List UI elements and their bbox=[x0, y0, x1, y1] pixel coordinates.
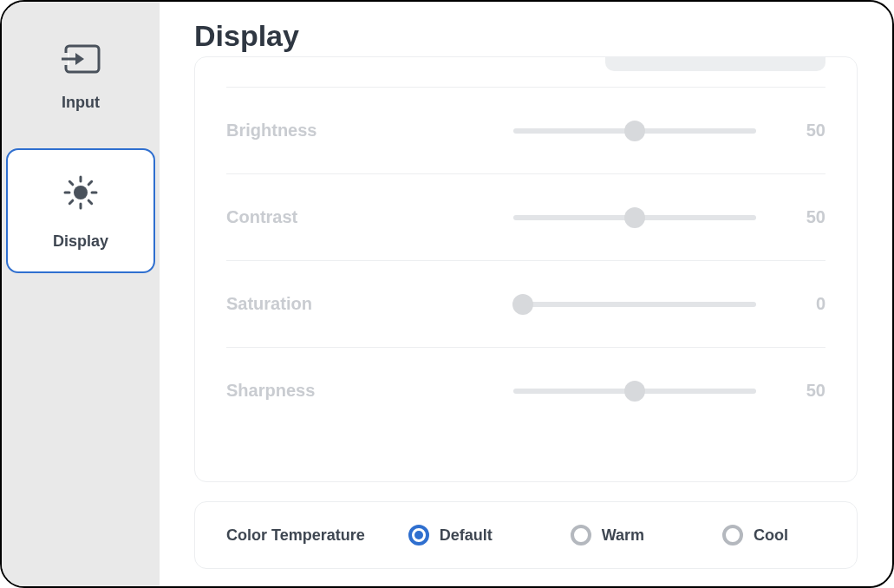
slider-thumb[interactable] bbox=[624, 207, 645, 228]
sidebar-item-label: Input bbox=[62, 94, 100, 112]
radio-option-default[interactable]: Default bbox=[408, 525, 493, 546]
sidebar: Input Display bbox=[2, 2, 160, 586]
sidebar-item-input[interactable]: Input bbox=[6, 15, 155, 140]
color-temperature-panel: Color Temperature Default Warm Cool bbox=[194, 501, 858, 569]
svg-line-10 bbox=[69, 200, 73, 204]
radio-option-cool[interactable]: Cool bbox=[722, 525, 788, 546]
sharpness-slider[interactable] bbox=[513, 389, 756, 394]
setting-row-brightness: Brightness 50 bbox=[226, 87, 825, 173]
saturation-value: 0 bbox=[791, 294, 825, 314]
input-icon bbox=[60, 43, 101, 75]
sharpness-value: 50 bbox=[791, 381, 825, 401]
setting-label: Contrast bbox=[226, 207, 417, 227]
setting-row-contrast: Contrast 50 bbox=[226, 173, 825, 260]
main-content: Display Brightness 50 Contrast bbox=[160, 2, 892, 586]
radio-icon bbox=[571, 525, 591, 546]
svg-line-9 bbox=[88, 200, 92, 204]
brightness-icon bbox=[60, 172, 101, 213]
svg-point-3 bbox=[74, 186, 88, 199]
radio-icon bbox=[722, 525, 743, 546]
radio-label: Default bbox=[440, 526, 493, 545]
slider-thumb[interactable] bbox=[624, 381, 645, 402]
setting-row-sharpness: Sharpness 50 bbox=[226, 347, 825, 434]
radio-icon bbox=[408, 525, 429, 546]
sidebar-item-display[interactable]: Display bbox=[6, 148, 155, 273]
setting-label: Saturation bbox=[226, 294, 417, 314]
radio-label: Cool bbox=[754, 526, 788, 545]
sidebar-item-label: Display bbox=[53, 232, 108, 251]
setting-label: Brightness bbox=[226, 121, 417, 140]
brightness-slider[interactable] bbox=[513, 128, 756, 134]
setting-label: Sharpness bbox=[226, 381, 417, 401]
page-title: Display bbox=[194, 19, 858, 53]
settings-window: Input Display bbox=[0, 0, 894, 588]
setting-row-saturation: Saturation 0 bbox=[226, 260, 825, 347]
color-temperature-label: Color Temperature bbox=[226, 526, 365, 545]
partial-control-above bbox=[605, 57, 825, 71]
sliders-panel: Brightness 50 Contrast 50 Sa bbox=[194, 56, 858, 482]
brightness-value: 50 bbox=[791, 121, 825, 140]
radio-option-warm[interactable]: Warm bbox=[571, 525, 644, 546]
radio-label: Warm bbox=[602, 526, 644, 545]
svg-line-8 bbox=[69, 181, 73, 185]
contrast-value: 50 bbox=[791, 207, 825, 227]
contrast-slider[interactable] bbox=[513, 215, 756, 220]
saturation-slider[interactable] bbox=[513, 302, 756, 307]
slider-thumb[interactable] bbox=[624, 121, 645, 141]
slider-thumb[interactable] bbox=[512, 294, 533, 315]
svg-line-11 bbox=[88, 181, 92, 185]
